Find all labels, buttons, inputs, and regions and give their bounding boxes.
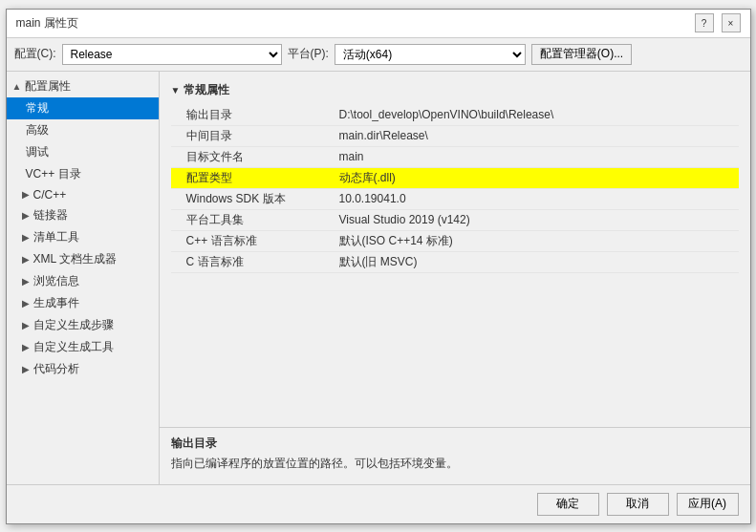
description-text: 指向已编译程序的放置位置的路径。可以包括环境变量。 [171, 456, 739, 472]
section-arrow: ▲ [12, 81, 22, 92]
prop-value-target-filename: main [339, 150, 739, 163]
sidebar-item-general[interactable]: 常规 [7, 97, 159, 119]
browse-arrow: ▶ [22, 276, 30, 287]
properties-section-header: ▼ 常规属性 [171, 79, 739, 101]
linker-arrow: ▶ [22, 210, 30, 221]
sidebar-item-linker[interactable]: ▶ 链接器 [7, 204, 159, 226]
prop-name-cpp-standard: C++ 语言标准 [186, 233, 339, 249]
content-area: ▲ 配置属性 常规 高级 调试 VC++ 目录 ▶ C/C++ ▶ 链接器 [7, 72, 750, 484]
manifest-arrow: ▶ [22, 232, 30, 243]
config-manager-button[interactable]: 配置管理器(O)... [531, 44, 632, 65]
close-button[interactable]: × [722, 13, 741, 32]
footer: 确定 取消 应用(A) [7, 484, 750, 523]
xml-arrow: ▶ [22, 254, 30, 265]
description-title: 输出目录 [171, 436, 739, 452]
prop-name-sdk-version: Windows SDK 版本 [186, 191, 339, 207]
prop-name-platform-toolset: 平台工具集 [186, 212, 339, 228]
sidebar-item-advanced[interactable]: 高级 [7, 119, 159, 141]
sidebar-item-custom-build-tool[interactable]: ▶ 自定义生成工具 [7, 336, 159, 358]
dialog: main 属性页 ? × 配置(C): Release 平台(P): 活动(x6… [6, 9, 751, 524]
sidebar-item-build-events[interactable]: ▶ 生成事件 [7, 292, 159, 314]
prop-row-intermediate-dir[interactable]: 中间目录 main.dir\Release\ [171, 126, 739, 147]
prop-row-platform-toolset[interactable]: 平台工具集 Visual Studio 2019 (v142) [171, 210, 739, 231]
properties-section-arrow: ▼ [171, 85, 181, 96]
ok-button[interactable]: 确定 [537, 493, 599, 516]
config-select[interactable]: Release [62, 44, 282, 65]
prop-name-config-type: 配置类型 [186, 170, 339, 186]
prop-row-config-type[interactable]: 配置类型 动态库(.dll) [171, 168, 739, 189]
properties-section-label: 常规属性 [184, 82, 229, 98]
prop-row-c-standard[interactable]: C 语言标准 默认(旧 MSVC) [171, 252, 739, 273]
prop-value-output-dir: D:\tool_develop\OpenVINO\build\Release\ [339, 108, 739, 121]
description-box: 输出目录 指向已编译程序的放置位置的路径。可以包括环境变量。 [160, 427, 750, 484]
prop-name-output-dir: 输出目录 [186, 107, 339, 123]
dialog-title: main 属性页 [16, 15, 78, 32]
sidebar-section-config-properties[interactable]: ▲ 配置属性 [7, 75, 159, 97]
config-label: 配置(C): [14, 46, 56, 62]
title-bar: main 属性页 ? × [7, 10, 750, 38]
properties-table: ▼ 常规属性 输出目录 D:\tool_develop\OpenVINO\bui… [160, 72, 750, 427]
prop-row-target-filename[interactable]: 目标文件名 main [171, 147, 739, 168]
sidebar-item-manifest[interactable]: ▶ 清单工具 [7, 226, 159, 248]
sidebar-section-label: 配置属性 [25, 78, 71, 95]
prop-name-target-filename: 目标文件名 [186, 149, 339, 165]
toolbar: 配置(C): Release 平台(P): 活动(x64) 配置管理器(O)..… [7, 38, 750, 72]
prop-value-sdk-version: 10.0.19041.0 [339, 192, 739, 205]
sidebar-item-cpp[interactable]: ▶ C/C++ [7, 185, 159, 204]
sidebar-item-debug[interactable]: 调试 [7, 141, 159, 163]
prop-name-c-standard: C 语言标准 [186, 254, 339, 270]
prop-value-cpp-standard: 默认(ISO C++14 标准) [339, 233, 739, 249]
prop-row-sdk-version[interactable]: Windows SDK 版本 10.0.19041.0 [171, 189, 739, 210]
cpp-arrow: ▶ [22, 189, 30, 200]
title-bar-buttons: ? × [695, 13, 741, 32]
platform-label: 平台(P): [288, 46, 329, 62]
cancel-button[interactable]: 取消 [607, 493, 669, 516]
help-button[interactable]: ? [695, 13, 714, 32]
prop-value-config-type: 动态库(.dll) [339, 170, 739, 186]
prop-row-cpp-standard[interactable]: C++ 语言标准 默认(ISO C++14 标准) [171, 231, 739, 252]
sidebar-item-browse[interactable]: ▶ 浏览信息 [7, 270, 159, 292]
prop-value-platform-toolset: Visual Studio 2019 (v142) [339, 213, 739, 226]
prop-value-intermediate-dir: main.dir\Release\ [339, 129, 739, 142]
custom-build-tool-arrow: ▶ [22, 342, 30, 352]
main-content: ▼ 常规属性 输出目录 D:\tool_develop\OpenVINO\bui… [160, 72, 750, 484]
prop-value-c-standard: 默认(旧 MSVC) [339, 254, 739, 270]
prop-name-intermediate-dir: 中间目录 [186, 128, 339, 144]
build-events-arrow: ▶ [22, 298, 30, 309]
sidebar-item-vcpp-dirs[interactable]: VC++ 目录 [7, 163, 159, 185]
sidebar-item-custom-build-step[interactable]: ▶ 自定义生成步骤 [7, 314, 159, 336]
platform-select[interactable]: 活动(x64) [335, 44, 526, 65]
apply-button[interactable]: 应用(A) [677, 493, 739, 516]
prop-row-output-dir[interactable]: 输出目录 D:\tool_develop\OpenVINO\build\Rele… [171, 105, 739, 126]
custom-build-step-arrow: ▶ [22, 320, 30, 330]
sidebar-item-code-analysis[interactable]: ▶ 代码分析 [7, 358, 159, 380]
sidebar: ▲ 配置属性 常规 高级 调试 VC++ 目录 ▶ C/C++ ▶ 链接器 [7, 72, 160, 484]
sidebar-item-xml-doc[interactable]: ▶ XML 文档生成器 [7, 248, 159, 270]
code-analysis-arrow: ▶ [22, 364, 30, 374]
